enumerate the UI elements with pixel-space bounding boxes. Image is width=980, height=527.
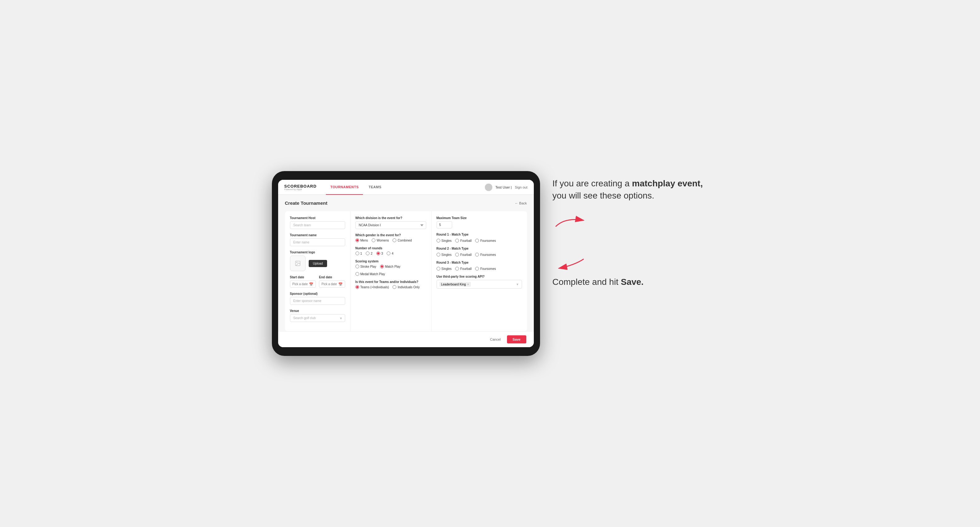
round3-singles-radio[interactable] [436,267,440,270]
sign-out-link[interactable]: Sign out [515,186,527,189]
scoring-medal-radio[interactable] [355,272,359,276]
round3-fourball-label: Fourball [460,267,471,270]
round1-label: Round 1 - Match Type [436,233,522,236]
user-name: Test User | [495,186,512,189]
round2-fourball[interactable]: Fourball [455,253,471,257]
third-party-value: Leaderboard King [441,283,466,286]
rounds-3-radio[interactable] [376,251,380,255]
scoring-match-radio[interactable] [380,265,384,268]
scoring-stroke-radio[interactable] [355,265,359,268]
scoring-medal[interactable]: Medal Match Play [355,272,385,276]
round1-fourball-radio[interactable] [455,239,459,243]
round1-singles-radio[interactable] [436,239,440,243]
annotation-2: Complete and hit Save. [552,256,708,288]
round2-singles[interactable]: Singles [436,253,452,257]
back-button[interactable]: ← Back [515,201,527,205]
venue-chevron-icon: ▼ [340,316,343,320]
division-label: Which division is the event for? [355,216,426,220]
upload-button[interactable]: Upload [309,260,328,267]
nav-teams[interactable]: TEAMS [364,180,386,195]
scoring-group: Scoring system Stroke Play Match Play [355,260,426,276]
round3-foursomes[interactable]: Foursomes [475,267,496,270]
round3-fourball[interactable]: Fourball [455,267,471,270]
scoring-match-label: Match Play [385,265,400,268]
rounds-2[interactable]: 2 [366,251,372,255]
gender-combined[interactable]: Combined [393,238,412,242]
round3-options: Singles Fourball Foursomes [436,267,522,270]
rounds-4-radio[interactable] [387,251,390,255]
cancel-button[interactable]: Cancel [487,336,504,343]
round1-foursomes-label: Foursomes [480,239,496,243]
round1-foursomes[interactable]: Foursomes [475,239,496,243]
start-date-wrap: 📅 [290,281,316,288]
round3-fourball-radio[interactable] [455,267,459,270]
rounds-1-label: 1 [360,252,362,255]
max-team-size-input[interactable] [436,221,452,229]
arrow-1-container [552,214,708,231]
brand-title: SCOREBOARD [284,184,317,188]
individuals-radio[interactable] [393,285,396,289]
nav-tournaments[interactable]: TOURNAMENTS [326,180,363,195]
teams-radio[interactable] [355,285,359,289]
individuals-option[interactable]: Individuals Only [393,285,420,289]
rounds-4[interactable]: 4 [387,251,393,255]
annotation-area: If you are creating a matchplay event, y… [552,171,708,288]
annotation-2-text: Complete and hit Save. [552,276,708,288]
tag-close-icon[interactable]: × [467,283,469,286]
nav-brand: SCOREBOARD Powered by clippit [284,184,317,190]
form-footer: Cancel Save [278,331,534,347]
round2-fourball-radio[interactable] [455,253,459,257]
tournament-name-input[interactable] [290,238,345,246]
max-team-size-group: Maximum Team Size [436,216,522,229]
gender-radio-group: Mens Womens Combined [355,238,426,242]
round2-fourball-label: Fourball [460,253,471,257]
round2-foursomes-radio[interactable] [475,253,479,257]
scoring-medal-label: Medal Match Play [360,272,385,276]
rounds-3[interactable]: 3 [376,251,383,255]
round1-singles[interactable]: Singles [436,239,452,243]
venue-input[interactable] [290,314,345,322]
form-card: Tournament Host Tournament name Tourname… [285,211,527,331]
tournament-name-group: Tournament name [290,233,345,246]
rounds-1[interactable]: 1 [355,251,362,255]
rounds-2-radio[interactable] [366,251,369,255]
round2-foursomes[interactable]: Foursomes [475,253,496,257]
gender-mens[interactable]: Mens [355,238,368,242]
third-party-label: Use third-party live scoring API? [436,275,522,278]
tournament-name-label: Tournament name [290,233,345,237]
division-select[interactable]: NCAA Division I [355,221,426,229]
scoring-stroke[interactable]: Stroke Play [355,265,376,268]
tournament-host-label: Tournament Host [290,216,345,220]
round1-fourball[interactable]: Fourball [455,239,471,243]
gender-womens[interactable]: Womens [372,238,389,242]
sponsor-input[interactable] [290,297,345,305]
end-date-label: End date [319,276,345,279]
sponsor-group: Sponsor (optional) [290,292,345,305]
tablet-screen: SCOREBOARD Powered by clippit TOURNAMENT… [278,180,534,347]
save-button[interactable]: Save [507,335,526,343]
round3-foursomes-radio[interactable] [475,267,479,270]
page-header: Create Tournament ← Back [285,200,527,206]
third-party-select[interactable]: Leaderboard King × ▼ [436,280,522,289]
rounds-1-radio[interactable] [355,251,359,255]
gender-womens-radio[interactable] [372,238,375,242]
tournament-host-input[interactable] [290,221,345,229]
scoring-match[interactable]: Match Play [380,265,400,268]
gender-combined-radio[interactable] [393,238,396,242]
tablet-frame: SCOREBOARD Powered by clippit TOURNAMENT… [272,171,540,356]
end-date-calendar-icon: 📅 [338,282,343,286]
annotation-1-bold: matchplay event, [632,179,703,188]
individuals-label: Individuals Only [398,286,420,289]
right-column: Maximum Team Size Round 1 - Match Type S… [431,211,527,331]
rounds-group: Number of rounds 1 2 [355,246,426,255]
round3-singles[interactable]: Singles [436,267,452,270]
gender-combined-label: Combined [398,239,412,242]
round2-singles-radio[interactable] [436,253,440,257]
third-party-tag: Leaderboard King × [439,282,471,287]
third-party-chevron-icon: ▼ [516,283,519,286]
tournament-host-group: Tournament Host [290,216,345,229]
round1-foursomes-radio[interactable] [475,239,479,243]
end-date-group: End date 📅 [319,276,345,288]
gender-mens-radio[interactable] [355,238,359,242]
teams-option[interactable]: Teams (+Individuals) [355,285,389,289]
